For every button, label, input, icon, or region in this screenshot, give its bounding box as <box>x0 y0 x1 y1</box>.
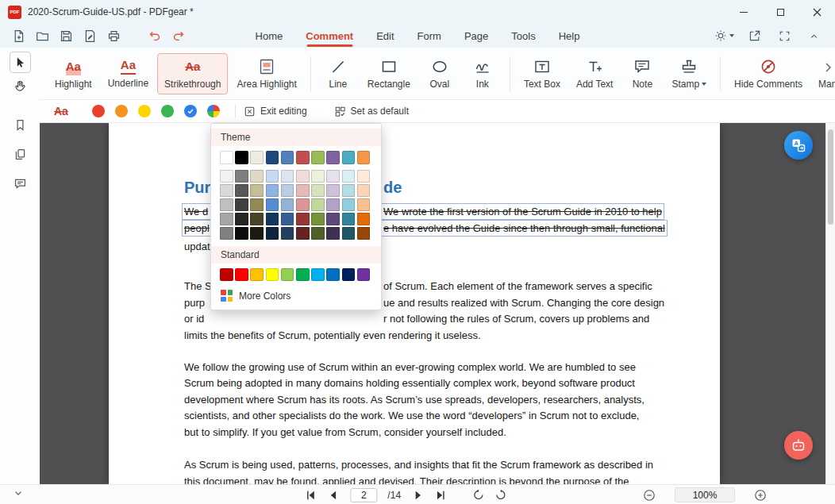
underline-button[interactable]: Aa Underline <box>101 53 156 94</box>
theme-toggle-button[interactable] <box>714 27 734 44</box>
tint-swatch[interactable] <box>357 213 371 225</box>
tint-swatch[interactable] <box>266 227 279 240</box>
last-page-button[interactable] <box>434 489 447 502</box>
theme-color-swatch[interactable] <box>250 151 264 164</box>
color-blue-button-selected[interactable] <box>184 105 197 117</box>
theme-color-swatch[interactable] <box>342 151 356 164</box>
tint-swatch[interactable] <box>342 184 356 197</box>
tint-swatch[interactable] <box>220 198 233 211</box>
pdf-page[interactable]: Pur de We dWe wrote the first version of… <box>109 123 720 484</box>
tint-swatch[interactable] <box>357 227 371 240</box>
maximize-button[interactable] <box>762 0 798 24</box>
minimize-button[interactable] <box>725 0 762 24</box>
previous-page-button[interactable] <box>327 489 340 502</box>
tint-swatch[interactable] <box>311 213 325 225</box>
tint-swatch[interactable] <box>311 170 325 183</box>
standard-color-swatch[interactable] <box>357 268 371 282</box>
scrollbar-thumb[interactable] <box>828 129 833 225</box>
tint-swatch[interactable] <box>342 198 356 211</box>
line-tool-button[interactable]: Line <box>317 53 359 94</box>
document-viewport[interactable]: Pur de We dWe wrote the first version of… <box>40 123 825 484</box>
color-red-button[interactable] <box>92 105 105 117</box>
highlight-button[interactable]: Aa Highlight <box>48 53 99 94</box>
ribbon-overflow-button[interactable] <box>824 62 833 73</box>
zoom-out-button[interactable] <box>643 489 656 502</box>
tint-swatch[interactable] <box>326 213 340 225</box>
strikethrough-button[interactable]: Aa Strikethrough <box>157 53 228 94</box>
tint-swatch[interactable] <box>326 198 340 211</box>
page-number-input[interactable]: 2 <box>350 488 377 502</box>
save-button[interactable] <box>57 27 75 44</box>
first-page-button[interactable] <box>304 489 317 502</box>
ink-tool-button[interactable]: Ink <box>462 53 503 94</box>
tab-help[interactable]: Help <box>559 24 580 48</box>
hide-comments-button[interactable]: Hide Comments <box>727 53 810 94</box>
tint-swatch[interactable] <box>235 198 248 211</box>
thumbnails-panel-button[interactable] <box>13 148 27 161</box>
tab-tools[interactable]: Tools <box>511 24 535 48</box>
tint-swatch[interactable] <box>342 170 356 183</box>
fullscreen-button[interactable] <box>775 27 793 44</box>
tint-swatch[interactable] <box>250 170 264 183</box>
standard-color-swatch[interactable] <box>220 268 233 282</box>
rectangle-tool-button[interactable]: Rectangle <box>360 53 418 94</box>
theme-color-swatch[interactable] <box>220 151 233 164</box>
tint-swatch[interactable] <box>311 184 325 197</box>
tint-swatch[interactable] <box>342 213 356 225</box>
redo-button[interactable] <box>170 27 187 44</box>
tint-swatch[interactable] <box>266 170 279 183</box>
rotate-left-button[interactable] <box>472 489 484 501</box>
theme-color-swatch[interactable] <box>281 151 294 164</box>
standard-color-swatch[interactable] <box>250 268 264 282</box>
note-button[interactable]: Note <box>621 53 663 94</box>
color-orange-button[interactable] <box>115 105 128 117</box>
hand-tool-button[interactable] <box>10 75 31 97</box>
standard-color-swatch[interactable] <box>342 268 356 282</box>
add-text-button[interactable]: Add Text <box>569 53 620 94</box>
tab-comment[interactable]: Comment <box>306 24 353 48</box>
theme-color-swatch[interactable] <box>296 151 310 164</box>
chatbot-button[interactable] <box>784 431 813 460</box>
tint-swatch[interactable] <box>311 198 325 211</box>
tint-swatch[interactable] <box>235 213 248 225</box>
manage-comments-button[interactable]: Manage Co <box>811 53 835 94</box>
vertical-scrollbar[interactable] <box>825 123 835 484</box>
standard-color-swatch[interactable] <box>281 268 294 282</box>
tint-swatch[interactable] <box>220 227 233 240</box>
tint-swatch[interactable] <box>235 170 248 183</box>
comments-panel-button[interactable] <box>13 177 27 190</box>
close-button[interactable] <box>798 0 835 24</box>
theme-color-swatch[interactable] <box>266 151 279 164</box>
tint-swatch[interactable] <box>326 184 340 197</box>
tint-swatch[interactable] <box>311 227 325 240</box>
text-box-button[interactable]: Text Box <box>517 53 568 94</box>
tint-swatch[interactable] <box>357 170 371 183</box>
tint-swatch[interactable] <box>281 227 294 240</box>
set-as-default-button[interactable]: Set as default <box>334 106 409 117</box>
tint-swatch[interactable] <box>281 184 294 197</box>
print-button[interactable] <box>105 27 122 44</box>
standard-color-swatch[interactable] <box>326 268 340 282</box>
signature-button[interactable] <box>81 27 98 44</box>
tint-swatch[interactable] <box>296 170 310 183</box>
tint-swatch[interactable] <box>235 184 248 197</box>
theme-color-swatch[interactable] <box>311 151 325 164</box>
tint-swatch[interactable] <box>296 184 310 197</box>
tint-swatch[interactable] <box>250 213 264 225</box>
tint-swatch[interactable] <box>220 170 233 183</box>
color-green-button[interactable] <box>161 105 174 117</box>
tint-swatch[interactable] <box>281 198 294 211</box>
tint-swatch[interactable] <box>357 184 371 197</box>
tab-home[interactable]: Home <box>256 24 283 48</box>
theme-color-swatch[interactable] <box>235 151 248 164</box>
tint-swatch[interactable] <box>220 213 233 225</box>
tint-swatch[interactable] <box>266 198 279 211</box>
tint-swatch[interactable] <box>235 227 248 240</box>
share-button[interactable] <box>746 27 764 44</box>
collapse-panel-button[interactable] <box>13 487 24 498</box>
oval-tool-button[interactable]: Oval <box>419 53 460 94</box>
tint-swatch[interactable] <box>326 227 340 240</box>
tint-swatch[interactable] <box>266 184 279 197</box>
exit-editing-button[interactable]: Exit editing <box>244 106 307 117</box>
tint-swatch[interactable] <box>296 227 310 240</box>
